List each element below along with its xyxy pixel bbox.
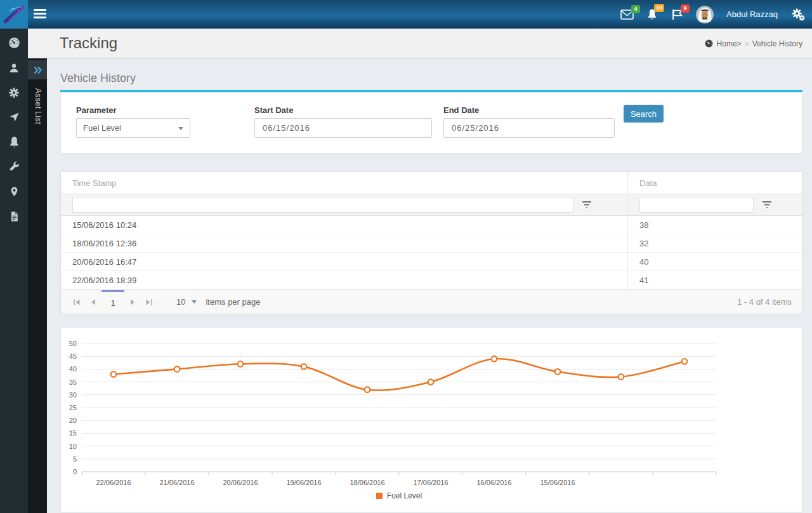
notifications-menu[interactable]: 10	[646, 8, 658, 20]
bell-icon	[8, 136, 20, 149]
breadcrumb-home[interactable]: Home>	[717, 39, 742, 48]
table-header-row: Time Stamp Data	[61, 172, 802, 194]
column-header-data[interactable]: Data	[628, 172, 802, 194]
arrow-left-icon	[90, 298, 96, 306]
svg-text:35: 35	[69, 378, 77, 386]
sidebar-item-tools[interactable]	[7, 160, 21, 173]
filter-icon[interactable]	[761, 200, 773, 210]
app-logo[interactable]	[0, 0, 28, 29]
pager-last-button[interactable]	[141, 290, 157, 314]
flags-menu[interactable]: 9	[671, 9, 683, 20]
main-content: Vehicle History Parameter Fuel Level Sta…	[47, 58, 812, 513]
chevron-down-icon	[178, 127, 183, 130]
legend-swatch	[376, 493, 383, 499]
sidebar-toggle-button[interactable]	[34, 9, 46, 19]
svg-text:5: 5	[73, 455, 77, 463]
logo-swoosh-icon	[0, 0, 28, 29]
svg-text:18/06/2016: 18/06/2016	[350, 479, 384, 486]
end-date-input[interactable]	[443, 118, 615, 138]
svg-text:50: 50	[69, 340, 77, 347]
fuel-level-chart-panel: 0510152025303540455022/06/201621/06/2016…	[60, 327, 802, 512]
table-row[interactable]: 22/06/2016 18:39 41	[61, 271, 802, 290]
data-point[interactable]	[428, 379, 434, 385]
messages-menu[interactable]: 4	[620, 10, 634, 20]
data-cell: 38	[628, 216, 802, 234]
start-date-input[interactable]	[254, 118, 432, 138]
data-point[interactable]	[365, 387, 370, 392]
sidebar-item-users[interactable]	[7, 61, 21, 74]
pager-first-button[interactable]	[69, 290, 85, 314]
svg-text:21/06/2016: 21/06/2016	[159, 479, 194, 486]
table-row[interactable]: 15/06/2016 10:24 38	[61, 216, 802, 234]
sidebar-item-reports[interactable]	[7, 210, 21, 223]
data-point[interactable]	[301, 364, 307, 370]
notifications-badge: 10	[654, 4, 664, 12]
double-chevron-right-icon	[33, 66, 43, 74]
breadcrumb: Home> > Vehicle History	[704, 39, 802, 48]
seek-last-icon	[145, 298, 154, 306]
svg-text:20: 20	[69, 416, 77, 424]
data-filter-input[interactable]	[639, 197, 754, 213]
pager-prev-button[interactable]	[85, 290, 102, 314]
timestamp-cell: 22/06/2016 18:39	[61, 271, 628, 289]
data-point[interactable]	[619, 374, 624, 380]
pager-page-1[interactable]: 1	[102, 290, 124, 314]
svg-text:25: 25	[69, 404, 77, 411]
filter-form-panel: Parameter Fuel Level Start Date End Date…	[60, 92, 802, 154]
chevron-down-icon	[192, 300, 197, 303]
pager-summary: 1 - 4 of 4 items	[737, 290, 792, 314]
table-filter-row	[61, 194, 802, 216]
user-name[interactable]: Abdul Razzaq	[726, 10, 778, 19]
pager-next-button[interactable]	[124, 290, 141, 314]
page-title: Tracking	[60, 34, 117, 52]
map-marker-icon	[9, 185, 20, 198]
x-axis-labels: 22/06/201621/06/201620/06/201619/06/2016…	[96, 479, 575, 486]
table-row[interactable]: 20/06/2016 16:47 40	[61, 253, 802, 271]
svg-text:15: 15	[69, 429, 77, 437]
asset-list-expander[interactable]	[28, 60, 47, 79]
flags-badge: 9	[681, 4, 690, 13]
avatar[interactable]	[696, 6, 714, 23]
series-markers	[111, 356, 688, 392]
sidebar-item-dashboard[interactable]	[7, 36, 21, 50]
asset-list-label: Asset List	[34, 88, 43, 124]
data-point[interactable]	[174, 366, 180, 372]
sidebar-item-alerts[interactable]	[7, 135, 21, 149]
parameter-select[interactable]: Fuel Level	[76, 118, 190, 138]
wrench-icon	[8, 161, 20, 173]
data-point[interactable]	[555, 369, 561, 375]
table-row[interactable]: 18/06/2016 12:36 32	[61, 234, 802, 253]
svg-text:17/06/2016: 17/06/2016	[413, 479, 448, 486]
legend-label: Fuel Level	[387, 491, 422, 500]
data-cell: 40	[628, 253, 802, 270]
user-icon	[8, 62, 20, 74]
gear-icon	[8, 86, 20, 99]
messages-badge: 4	[631, 5, 640, 13]
items-per-page-label: items per page	[206, 290, 260, 314]
svg-text:10: 10	[69, 443, 77, 450]
sidebar-item-settings[interactable]	[7, 86, 21, 99]
search-button[interactable]: Search	[624, 105, 664, 123]
timestamp-filter-input[interactable]	[72, 197, 573, 213]
svg-text:0: 0	[73, 468, 77, 476]
results-table: Time Stamp Data 15/06/2016 10:24 38 18/0…	[60, 171, 802, 314]
sidebar-item-locations[interactable]	[7, 185, 21, 198]
sidebar-item-tracking[interactable]	[7, 110, 21, 124]
timestamp-cell: 15/06/2016 10:24	[61, 216, 628, 234]
table-body: 15/06/2016 10:24 38 18/06/2016 12:36 32 …	[61, 216, 802, 290]
filter-icon[interactable]	[581, 200, 593, 210]
data-cell: 41	[628, 271, 802, 289]
breadcrumb-current: Vehicle History	[752, 39, 802, 48]
top-navbar: 4 10 9 Abdul Razzaq	[0, 0, 812, 29]
page-size-select[interactable]: 10	[176, 290, 197, 314]
data-point[interactable]	[111, 371, 117, 377]
data-point[interactable]	[682, 359, 688, 364]
start-date-label: Start Date	[254, 105, 293, 115]
chart-legend[interactable]: Fuel Level	[82, 491, 716, 500]
data-point[interactable]	[238, 361, 244, 367]
main-sidebar	[0, 29, 28, 513]
fuel-level-series-line	[114, 359, 684, 390]
column-header-timestamp[interactable]: Time Stamp	[61, 172, 628, 194]
settings-menu[interactable]	[790, 8, 806, 22]
data-point[interactable]	[492, 356, 497, 362]
